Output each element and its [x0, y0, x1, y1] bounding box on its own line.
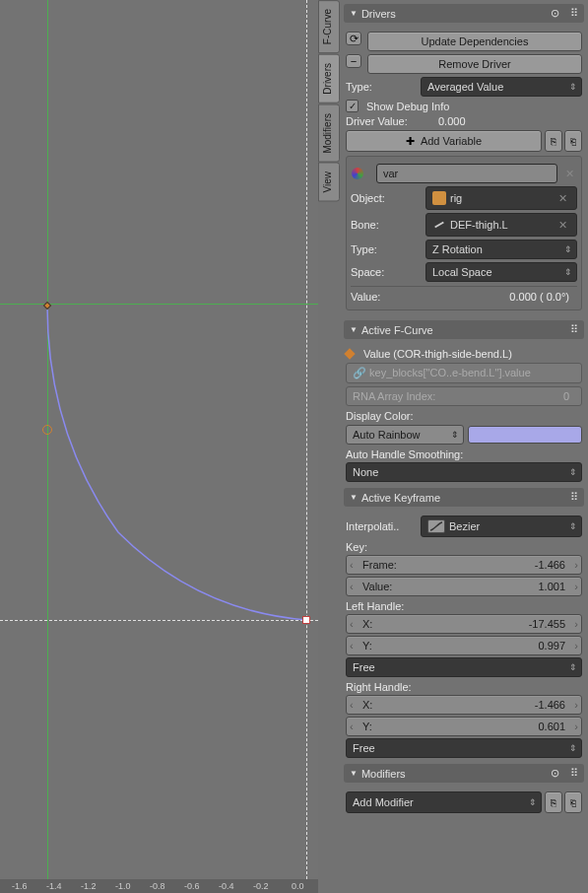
transform-channel-icon[interactable]: [351, 167, 368, 180]
grip-icon[interactable]: ⠿: [570, 323, 578, 336]
rna-path-icon: 🔗: [353, 367, 366, 379]
var-type-label: Type:: [351, 243, 422, 255]
properties-panel: ▼ Drivers ⊙ ⠿ ⟳ Update Dependencies − Re…: [340, 0, 588, 893]
disclosure-icon: ▼: [350, 9, 358, 18]
driver-value: 0.000: [438, 115, 466, 127]
smoothing-dropdown[interactable]: None: [346, 462, 582, 482]
fcurve-body: Value (COR-thigh-side-bend.L) 🔗 key_bloc…: [344, 341, 584, 486]
smoothing-label: Auto Handle Smoothing:: [346, 448, 582, 460]
type-label: Type:: [346, 81, 417, 93]
x-tick: -1.0: [115, 881, 131, 891]
disclosure-icon: ▼: [350, 769, 358, 778]
paste-button[interactable]: ⎗: [564, 130, 582, 152]
panel-title: Active F-Curve: [361, 324, 433, 336]
object-label: Object:: [351, 192, 422, 204]
left-handle-type-dropdown[interactable]: Free: [346, 657, 582, 677]
driver-type-dropdown[interactable]: Averaged Value: [421, 77, 582, 97]
tab-view[interactable]: View: [318, 163, 340, 202]
grip-icon[interactable]: ⠿: [570, 7, 578, 20]
x-axis: -1.6 -1.4 -1.2 -1.0 -0.8 -0.6 -0.4 -0.2 …: [0, 879, 318, 893]
right-x-field[interactable]: X:-1.466: [346, 695, 582, 715]
tab-drivers[interactable]: Drivers: [318, 54, 340, 103]
fcurve-line[interactable]: [0, 0, 318, 879]
right-handle-type-dropdown[interactable]: Free: [346, 738, 582, 758]
value-field[interactable]: Value:1.001: [346, 577, 582, 596]
x-tick: -0.6: [184, 881, 200, 891]
show-debug-checkbox[interactable]: [346, 100, 359, 112]
update-dependencies-button[interactable]: Update Dependencies: [367, 32, 582, 51]
panel-title: Active Keyframe: [361, 492, 440, 504]
fcurve-icon: [344, 348, 355, 359]
driver-value-label: Driver Value:: [346, 115, 434, 127]
rna-path-field: 🔗 key_blocks["CO..e-bend.L"].value: [346, 363, 582, 383]
right-y-field[interactable]: Y:0.601: [346, 717, 582, 736]
x-tick: -0.8: [150, 881, 165, 891]
tab-modifiers[interactable]: Modifiers: [318, 104, 340, 163]
x-tick: -1.2: [81, 881, 97, 891]
panel-title: Modifiers: [361, 768, 406, 780]
refresh-icon[interactable]: ⟳: [346, 32, 361, 45]
add-modifier-dropdown[interactable]: Add Modifier: [346, 791, 542, 813]
bezier-icon: [427, 519, 445, 533]
add-variable-button[interactable]: ✚Add Variable: [346, 130, 542, 152]
variable-name-input[interactable]: var: [376, 164, 557, 183]
remove-driver-button[interactable]: Remove Driver: [367, 54, 582, 74]
rna-array-index-field: RNA Array Index: 0: [346, 386, 582, 406]
variable-group: var ✕ Object: rig✕ Bone: DEF-thigh.L✕ Ty…: [346, 156, 582, 310]
bone-icon: [432, 218, 446, 232]
cursor-2d[interactable]: [42, 425, 52, 435]
vertical-tabs: F-Curve Drivers Modifiers View: [318, 0, 340, 893]
paste-modifiers-button[interactable]: ⎗: [564, 791, 582, 813]
graph-canvas[interactable]: [0, 0, 318, 879]
disclosure-icon: ▼: [350, 325, 358, 334]
panel-title: Drivers: [361, 8, 396, 20]
x-tick: -0.2: [253, 881, 269, 891]
drivers-body: ⟳ Update Dependencies − Remove Driver Ty…: [344, 25, 584, 318]
x-tick: -1.6: [12, 881, 28, 891]
space-label: Space:: [351, 266, 422, 278]
left-y-field[interactable]: Y:0.997: [346, 636, 582, 655]
left-x-field[interactable]: X:-17.455: [346, 614, 582, 634]
display-color-dropdown[interactable]: Auto Rainbow: [346, 425, 464, 445]
disclosure-icon: ▼: [350, 493, 358, 502]
copy-button[interactable]: ⎘: [545, 130, 562, 152]
clear-object-button[interactable]: ✕: [555, 190, 570, 206]
left-handle-label: Left Handle:: [346, 600, 582, 612]
display-color-label: Display Color:: [346, 410, 582, 422]
graph-editor[interactable]: -1.6 -1.4 -1.2 -1.0 -0.8 -0.6 -0.4 -0.2 …: [0, 0, 318, 893]
minus-icon[interactable]: −: [346, 54, 361, 68]
clear-bone-button[interactable]: ✕: [555, 217, 570, 233]
bone-field[interactable]: DEF-thigh.L✕: [425, 213, 577, 237]
x-tick: -1.4: [46, 881, 62, 891]
var-value: 0.000 ( 0.0°): [509, 291, 569, 303]
pin-icon[interactable]: ⊙: [551, 7, 559, 20]
color-swatch[interactable]: [468, 426, 582, 444]
plus-icon: ✚: [406, 135, 415, 148]
panel-header-drivers[interactable]: ▼ Drivers ⊙ ⠿: [344, 4, 584, 23]
right-handle-label: Right Handle:: [346, 681, 582, 693]
keyframe-point-selected[interactable]: [302, 616, 310, 624]
interpolation-dropdown[interactable]: Bezier: [421, 515, 582, 537]
interpolation-label: Interpolati..: [346, 520, 417, 532]
panel-header-modifiers[interactable]: ▼ Modifiers ⊙ ⠿: [344, 764, 584, 783]
modifiers-body: Add Modifier ⎘ ⎗: [344, 785, 584, 820]
space-dropdown[interactable]: Local Space: [425, 262, 577, 282]
grip-icon[interactable]: ⠿: [570, 491, 578, 504]
object-field[interactable]: rig✕: [425, 186, 577, 210]
tab-fcurve[interactable]: F-Curve: [318, 0, 340, 53]
object-icon: [432, 191, 446, 205]
var-value-label: Value:: [351, 291, 422, 303]
panel-header-keyframe[interactable]: ▼ Active Keyframe ⠿: [344, 488, 584, 507]
panel-header-fcurve[interactable]: ▼ Active F-Curve ⠿: [344, 320, 584, 339]
delete-variable-button[interactable]: ✕: [561, 166, 577, 181]
bone-label: Bone:: [351, 219, 422, 231]
var-type-dropdown[interactable]: Z Rotation: [425, 240, 577, 259]
pin-icon[interactable]: ⊙: [551, 767, 559, 780]
show-debug-label: Show Debug Info: [366, 101, 449, 112]
frame-field[interactable]: Frame:-1.466: [346, 555, 582, 575]
key-section-label: Key:: [346, 541, 582, 553]
grip-icon[interactable]: ⠿: [570, 767, 578, 780]
fcurve-name: Value (COR-thigh-side-bend.L): [363, 348, 512, 360]
x-tick: -0.4: [219, 881, 234, 891]
copy-modifiers-button[interactable]: ⎘: [545, 791, 562, 813]
